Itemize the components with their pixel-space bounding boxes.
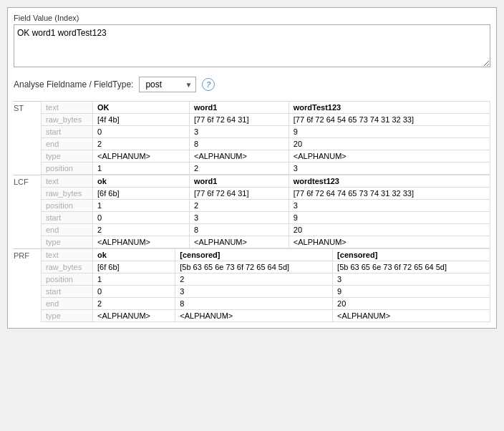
table-row: start039 — [42, 126, 490, 138]
value-cell-2: [77 6f 72 64 31] — [189, 188, 289, 200]
value-cell-3: 3 — [289, 163, 490, 175]
value-cell-1: 0 — [93, 286, 175, 298]
value-cell-1: 0 — [93, 126, 190, 138]
section-st: STtextOKword1wordTest123raw_bytes[4f 4b]… — [14, 101, 490, 175]
value-cell-3: 20 — [289, 138, 490, 150]
data-sections: STtextOKword1wordTest123raw_bytes[4f 4b]… — [14, 101, 490, 322]
field-name-cell: type — [42, 150, 93, 163]
value-cell-1: ok — [93, 175, 190, 188]
value-cell-3: [77 6f 72 64 54 65 73 74 31 32 33] — [289, 114, 490, 126]
section-tag-prf: PRF — [14, 248, 41, 322]
value-cell-2: 3 — [175, 286, 333, 298]
table-row: textok[censored][censored] — [42, 249, 490, 261]
section-tag-lcf: LCF — [14, 175, 41, 248]
table-row: position123 — [42, 273, 490, 286]
value-cell-3: 20 — [333, 298, 490, 310]
table-row: type<ALPHANUM><ALPHANUM><ALPHANUM> — [42, 236, 490, 248]
analyse-label: Analyse Fieldname / FieldType: — [14, 79, 133, 89]
fieldtype-dropdown[interactable]: post get put delete — [139, 77, 196, 92]
value-cell-3: <ALPHANUM> — [289, 150, 490, 163]
value-cell-3: 9 — [289, 212, 490, 224]
value-cell-1: [6f 6b] — [93, 261, 175, 273]
value-cell-3: 9 — [333, 286, 490, 298]
fieldtype-dropdown-wrapper: post get put delete ▼ — [139, 77, 196, 92]
value-cell-1: 0 — [93, 212, 190, 224]
value-cell-1: 2 — [93, 138, 190, 150]
field-name-cell: raw_bytes — [42, 261, 93, 273]
value-cell-1: <ALPHANUM> — [93, 310, 175, 322]
field-name-cell: end — [42, 138, 93, 150]
value-cell-2: [5b 63 65 6e 73 6f 72 65 64 5d] — [175, 261, 333, 273]
value-cell-1: 1 — [93, 273, 175, 286]
value-cell-2: word1 — [189, 175, 289, 188]
value-cell-2: 3 — [189, 126, 289, 138]
value-cell-2: [censored] — [175, 249, 333, 261]
field-value-textarea[interactable] — [14, 24, 490, 67]
field-name-cell: position — [42, 200, 93, 212]
field-name-cell: position — [42, 273, 93, 286]
field-name-cell: text — [42, 102, 93, 114]
value-cell-2: <ALPHANUM> — [189, 150, 289, 163]
table-row: start039 — [42, 212, 490, 224]
value-cell-2: 2 — [189, 163, 289, 175]
value-cell-3: wordTest123 — [289, 102, 490, 114]
section-lcf: LCFtextokword1wordtest123raw_bytes[6f 6b… — [14, 175, 490, 248]
field-name-cell: start — [42, 126, 93, 138]
value-cell-3: wordtest123 — [289, 175, 490, 188]
table-row: start039 — [42, 286, 490, 298]
value-cell-3: [77 6f 72 64 74 65 73 74 31 32 33] — [289, 188, 490, 200]
table-row: end2820 — [42, 224, 490, 236]
value-cell-2: 2 — [189, 200, 289, 212]
field-name-cell: type — [42, 310, 93, 322]
field-name-cell: type — [42, 236, 93, 248]
table-row: textOKword1wordTest123 — [42, 102, 490, 114]
table-row: raw_bytes[6f 6b][5b 63 65 6e 73 6f 72 65… — [42, 261, 490, 273]
value-cell-3: [censored] — [333, 249, 490, 261]
field-name-cell: raw_bytes — [42, 188, 93, 200]
value-cell-1: ok — [93, 249, 175, 261]
field-name-cell: end — [42, 298, 93, 310]
table-row: end2820 — [42, 138, 490, 150]
value-cell-3: <ALPHANUM> — [289, 236, 490, 248]
table-row: type<ALPHANUM><ALPHANUM><ALPHANUM> — [42, 310, 490, 322]
help-icon[interactable]: ? — [202, 78, 215, 91]
value-cell-2: 8 — [175, 298, 333, 310]
value-cell-2: word1 — [189, 102, 289, 114]
value-cell-1: 2 — [93, 224, 190, 236]
value-cell-2: <ALPHANUM> — [189, 236, 289, 248]
field-name-cell: raw_bytes — [42, 114, 93, 126]
table-row: raw_bytes[4f 4b][77 6f 72 64 31][77 6f 7… — [42, 114, 490, 126]
field-name-cell: start — [42, 212, 93, 224]
value-cell-1: [6f 6b] — [93, 188, 190, 200]
field-name-cell: end — [42, 224, 93, 236]
table-row: type<ALPHANUM><ALPHANUM><ALPHANUM> — [42, 150, 490, 163]
value-cell-3: <ALPHANUM> — [333, 310, 490, 322]
field-value-label: Field Value (Index) — [14, 14, 490, 22]
table-row: raw_bytes[6f 6b][77 6f 72 64 31][77 6f 7… — [42, 188, 490, 200]
value-cell-1: OK — [93, 102, 190, 114]
value-cell-3: 9 — [289, 126, 490, 138]
value-cell-1: 1 — [93, 163, 190, 175]
analyse-row: Analyse Fieldname / FieldType: post get … — [14, 77, 490, 92]
value-cell-3: [5b 63 65 6e 73 6f 72 65 64 5d] — [333, 261, 490, 273]
value-cell-2: [77 6f 72 64 31] — [189, 114, 289, 126]
value-cell-1: 2 — [93, 298, 175, 310]
value-cell-2: 8 — [189, 138, 289, 150]
value-cell-1: [4f 4b] — [93, 114, 190, 126]
value-cell-1: <ALPHANUM> — [93, 150, 190, 163]
field-name-cell: text — [42, 249, 93, 261]
value-cell-2: 3 — [189, 212, 289, 224]
table-row: end2820 — [42, 298, 490, 310]
field-name-cell: text — [42, 175, 93, 188]
table-row: position123 — [42, 163, 490, 175]
section-tag-st: ST — [14, 101, 41, 175]
table-row: textokword1wordtest123 — [42, 175, 490, 188]
value-cell-3: 20 — [289, 224, 490, 236]
table-row: position123 — [42, 200, 490, 212]
value-cell-3: 3 — [289, 200, 490, 212]
field-value-section: Field Value (Index) — [14, 14, 490, 69]
main-container: Field Value (Index) Analyse Fieldname / … — [7, 7, 497, 329]
value-cell-1: <ALPHANUM> — [93, 236, 190, 248]
value-cell-2: <ALPHANUM> — [175, 310, 333, 322]
section-prf: PRFtextok[censored][censored]raw_bytes[6… — [14, 248, 490, 322]
